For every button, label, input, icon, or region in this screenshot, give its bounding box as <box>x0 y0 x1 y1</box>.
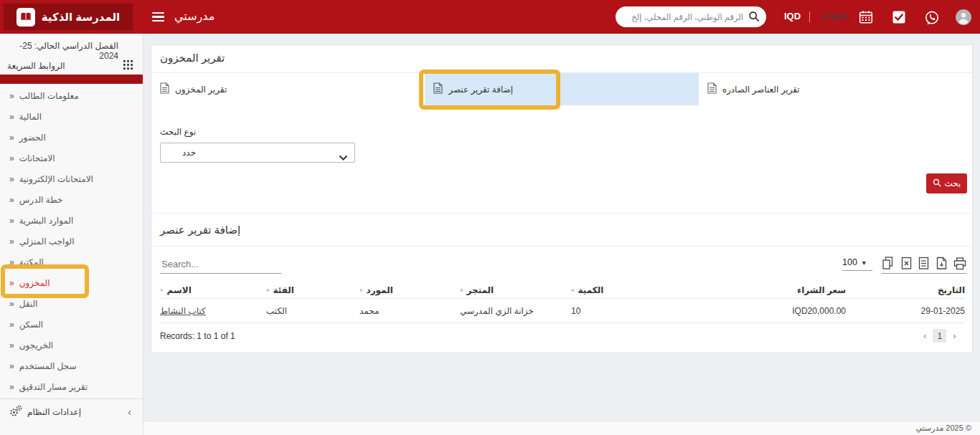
search-button-label: بحث <box>945 178 961 188</box>
current-semester-label: الفصل الدراسي الحالي: 25-2024 <box>6 41 118 61</box>
tab-issued-items-report[interactable]: تقرير العناصر الصادره <box>699 73 972 105</box>
divider <box>151 246 972 247</box>
item-purchase-price: IQD20,000.00 <box>700 306 846 316</box>
excel-export-button[interactable] <box>901 257 912 270</box>
calendar-icon[interactable] <box>859 10 873 27</box>
double-chevron-icon: » <box>9 91 14 101</box>
logo[interactable]: المدرسة الذكية <box>3 3 133 31</box>
column-header-label: المتجر <box>467 285 494 295</box>
tab-add-item-report[interactable]: إضافة تقرير عنصر <box>425 73 698 105</box>
sidebar-item-lesson-plan[interactable]: »خطة الدرس <box>0 189 143 210</box>
column-header-date[interactable]: التاريخ <box>846 285 965 295</box>
sidebar-item-exams[interactable]: »الامتحانات <box>0 148 143 168</box>
tab-inventory-report[interactable]: تقرير المخزون <box>151 73 425 105</box>
file-icon <box>160 82 169 96</box>
csv-export-button[interactable] <box>918 257 929 270</box>
sidebar-item-attendance[interactable]: »الحضور <box>0 127 143 148</box>
sidebar-item-label: الحضور <box>19 133 46 143</box>
search-icon <box>933 178 941 189</box>
sidebar-item-graduates[interactable]: »الخريجون <box>0 335 143 355</box>
sidebar-item-housing[interactable]: »السكن <box>0 314 143 335</box>
user-avatar[interactable] <box>956 9 971 28</box>
chevron-down-icon <box>339 150 347 163</box>
sidebar-item-student-info[interactable]: »معلومات الطالب <box>0 85 143 106</box>
sidebar-item-label: تقرير مسار التدقيق <box>19 382 88 392</box>
records-summary: Records: 1 to 1 of 1 <box>160 331 235 341</box>
pagination: ‹ 1 › <box>923 329 956 343</box>
item-quantity: 10 <box>571 306 700 316</box>
prev-page-button[interactable]: ‹ <box>923 330 926 341</box>
column-header-name[interactable]: ▾الاسم <box>160 285 266 295</box>
sidebar-menu: »معلومات الطالب »المالية »الحضور »الامتح… <box>0 85 143 397</box>
collapse-chevron-icon[interactable]: ‹ <box>128 406 131 418</box>
search-button[interactable]: بحث <box>926 173 967 193</box>
pdf-export-button[interactable] <box>936 257 947 270</box>
copy-button[interactable] <box>882 257 894 270</box>
export-toolbar <box>882 257 966 274</box>
main-content: تقرير المخزون تقرير المخزون <box>143 34 980 435</box>
hamburger-menu-icon[interactable] <box>152 12 164 21</box>
item-store: خزانة الزي المدرسي <box>460 306 571 316</box>
sidebar-item-label: المكتبة <box>19 257 44 267</box>
item-name-link[interactable]: كتاب النشاط <box>160 306 206 316</box>
double-chevron-icon: » <box>9 361 14 371</box>
sidebar-item-label: السكن <box>19 320 43 330</box>
quick-links[interactable]: الروابط السريعة <box>7 59 133 72</box>
sidebar-item-finance[interactable]: »المالية <box>0 106 143 127</box>
double-chevron-icon: » <box>9 320 14 330</box>
column-header-label: المورد <box>367 285 393 295</box>
file-icon <box>433 82 443 96</box>
tab-label: تقرير المخزون <box>175 85 227 95</box>
column-header-label: التاريخ <box>938 285 965 295</box>
current-page-button[interactable]: 1 <box>933 329 946 343</box>
sidebar-item-label: الخريجون <box>19 340 53 350</box>
double-chevron-icon: » <box>9 278 14 288</box>
sidebar-item-label: الموارد البشرية <box>19 216 74 226</box>
sidebar-item-homework[interactable]: »الواجب المنزلي <box>0 231 143 252</box>
double-chevron-icon: » <box>9 382 14 392</box>
page-size-select[interactable]: 100 ▾ <box>842 257 872 271</box>
tab-label: تقرير العناصر الصادره <box>722 85 800 95</box>
sidebar-item-library[interactable]: »المكتبة <box>0 252 143 272</box>
sidebar-item-label: سجل المستخدم <box>19 361 77 371</box>
double-chevron-icon: » <box>9 133 14 143</box>
sidebar-item-label: الامتحانات <box>19 153 55 163</box>
divider <box>0 398 143 399</box>
page-size-value: 100 <box>842 257 857 267</box>
search-icon[interactable] <box>748 11 760 25</box>
sidebar-item-label: الامتحانات الإلكترونية <box>19 174 93 184</box>
double-chevron-icon: » <box>9 236 14 247</box>
sort-caret-icon: ▾ <box>359 287 363 294</box>
currency-selector[interactable]: IQD <box>784 11 801 21</box>
app-screen: المدرسة الذكية مدرستي IQD Arabic <box>0 0 980 435</box>
app-title: مدرستي <box>174 9 215 23</box>
table-search-input[interactable] <box>160 254 281 274</box>
inventory-table: ▾الاسم ▾الفئة ▾المورد ▾المتجر ▾الكمية سع… <box>160 282 965 323</box>
column-header-supplier[interactable]: ▾المورد <box>359 285 460 295</box>
sidebar-item-e-exams[interactable]: »الامتحانات الإلكترونية <box>0 168 143 189</box>
print-button[interactable] <box>953 257 966 270</box>
next-page-button[interactable]: › <box>953 330 956 341</box>
double-chevron-icon: » <box>9 340 14 350</box>
sidebar-item-transport[interactable]: »النقل <box>0 293 143 314</box>
column-header-store[interactable]: ▾المتجر <box>460 285 571 295</box>
sidebar-item-system-settings[interactable]: إعدادات النظام ‹ <box>9 401 131 424</box>
column-header-quantity[interactable]: ▾الكمية <box>571 285 700 295</box>
whatsapp-icon[interactable] <box>924 10 940 29</box>
sidebar-item-audit-trail[interactable]: »تقرير مسار التدقيق <box>0 376 143 397</box>
global-search-input[interactable] <box>624 7 745 27</box>
tasks-check-icon[interactable] <box>892 10 906 27</box>
divider <box>151 213 972 214</box>
double-chevron-icon: » <box>9 216 14 226</box>
sidebar-item-inventory[interactable]: »المخزون <box>0 272 143 293</box>
language-selector[interactable]: Arabic <box>822 11 849 21</box>
column-header-purchase-price[interactable]: سعر الشراء <box>700 285 846 295</box>
column-header-category[interactable]: ▾الفئة <box>266 285 359 295</box>
search-type-select[interactable]: حدد <box>160 143 355 163</box>
double-chevron-icon: » <box>9 112 14 122</box>
sidebar-item-hr[interactable]: »الموارد البشرية <box>0 210 143 231</box>
sidebar-item-user-log[interactable]: »سجل المستخدم <box>0 355 143 376</box>
item-category: الكتب <box>266 306 359 316</box>
double-chevron-icon: » <box>9 174 14 184</box>
double-chevron-icon: » <box>9 195 14 205</box>
